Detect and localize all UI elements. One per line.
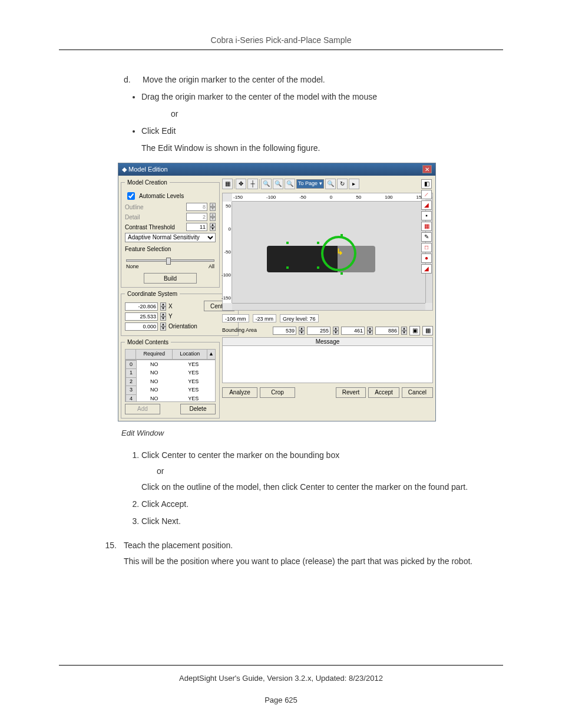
delete-button[interactable]: Delete [180,404,216,414]
zoom-region-icon[interactable]: 🔍 [325,179,336,189]
table-row[interactable]: 1NOYES [126,369,215,378]
sensitivity-select[interactable]: Adaptive Normal Sensitivity [125,233,216,242]
contents-table[interactable]: 0NOYES1NOYES2NOYES3NOYES4NOYES5NOYES6NOY… [125,360,216,402]
status-bar: -106 mm -23 mm Grey level: 76 [222,314,433,322]
status-grey: Grey level: 76 [280,314,319,322]
footer-text: AdeptSight User's Guide, Version 3.2.x, … [59,674,503,683]
col-required: Required [136,350,173,360]
accept-button[interactable]: Accept [368,387,399,398]
step-d: d. Move the origin marker to the center … [124,74,503,86]
contrast-label: Contrast Threshold [125,223,184,232]
origin-marker-icon[interactable]: ↳ [336,246,343,258]
feature-slider[interactable] [126,259,214,262]
status-y: -23 mm [253,314,277,322]
coord-o-input[interactable]: 0.000 [125,322,158,331]
slider-all-label: All [209,263,214,271]
palette-angle-icon[interactable]: ◢ [421,264,432,274]
bullet-drag: Drag the origin marker to the center of … [141,91,503,103]
bounding-label: Bounding Area [222,327,257,335]
step-15-number: 15. [100,539,117,571]
slider-none-label: None [126,263,139,271]
automatic-levels-checkbox[interactable] [127,192,135,200]
table-row[interactable]: 3NOYES [126,386,215,395]
header-rule [59,50,503,50]
zoom-select[interactable]: To Page ▾ [296,179,324,189]
cancel-button[interactable]: Cancel [402,387,433,398]
zoom-fit-icon[interactable]: 🔍 [285,179,295,189]
palette-pencil-icon[interactable]: ✎ [421,232,432,242]
tool-grid-icon[interactable]: ▦ [222,179,233,189]
numbered-substeps: Click Center to center the marker on the… [141,449,503,528]
page-number: Page 625 [59,696,503,704]
ba-v1-spin[interactable]: ▲▼ [299,327,305,335]
viewer-scrollbar-h[interactable] [232,303,425,310]
message-panel: Message [222,337,433,383]
pointer-icon[interactable]: ▸ [349,179,359,189]
ba-v4[interactable]: 886 [375,327,399,335]
crop-button[interactable]: Crop [260,387,295,398]
substep-1b: Click on the outline of the model, then … [141,481,503,493]
palette-toggle-icon[interactable]: ◧ [421,179,432,189]
outline-value: 8 [186,203,207,211]
coord-y-input[interactable]: 25.533 [125,312,158,321]
revert-button[interactable]: Revert [336,387,366,398]
palette-red-line-icon[interactable]: ⟋ [421,190,432,199]
coord-x-spinner[interactable]: ▲▼ [160,302,166,311]
ba-icon-2[interactable]: ▦ [422,326,433,335]
zoom-in-icon[interactable]: 🔍 [261,179,272,189]
tool-pan-icon[interactable]: ✥ [236,179,246,189]
refresh-icon[interactable]: ↻ [337,179,348,189]
tool-palette: ◧ ⟋ ◢ ▪ ▦ ✎ □ ● ◢ [421,179,432,274]
coord-y-spinner[interactable]: ▲▼ [160,312,166,321]
ba-v2[interactable]: 255 [307,327,330,335]
table-row[interactable]: 0NOYES [126,360,215,369]
substep-1: Click Center to center the marker on the… [141,449,503,493]
step-d-label: d. [124,74,134,86]
build-button[interactable]: Build [144,273,197,284]
ruler-vertical: 500-50-100-150 [223,202,232,303]
ba-icon-1[interactable]: ▣ [409,326,420,335]
outline-label: Outline [125,203,184,212]
ba-v1[interactable]: 539 [273,327,296,335]
or-text-1: or [171,108,503,120]
step-15-title: Teach the placement position. [124,539,472,552]
palette-select-icon[interactable]: ▪ [421,211,432,220]
zoom-out-icon[interactable]: 🔍 [273,179,283,189]
detail-label: Detail [125,213,184,222]
or-text-2: or [157,465,503,477]
titlebar[interactable]: ◆ Model Edition ✕ [118,163,435,176]
figure-caption: Edit Window [121,427,503,439]
add-button: Add [125,404,160,414]
coord-y-label: Y [168,312,201,321]
coord-o-spinner[interactable]: ▲▼ [160,322,166,331]
viewer-canvas[interactable]: ↳ [232,202,425,303]
page-header-title: Cobra i-Series Pick-and-Place Sample [59,35,503,45]
automatic-levels-label: Automatic Levels [139,192,216,200]
analyze-button[interactable]: Analyze [222,387,257,398]
palette-grid-icon[interactable]: ▦ [421,222,432,231]
step-15-body: This will be the position where you want… [124,555,472,568]
table-row[interactable]: 2NOYES [126,377,215,386]
ba-v4-spin[interactable]: ▲▼ [401,327,407,335]
model-viewer[interactable]: mm -150-100-50050100150 500-50-100-150 ↳ [222,193,433,311]
coord-x-label: X [168,302,201,311]
message-header: Message [223,338,432,346]
ba-v3-spin[interactable]: ▲▼ [367,327,373,335]
substep-2: Click Accept. [141,498,503,510]
step-d-text: Move the origin marker to the center of … [143,74,325,86]
contrast-spinner[interactable]: ▲▼ [210,223,216,231]
palette-square-icon[interactable]: □ [421,243,432,252]
palette-red-tri-icon[interactable]: ◢ [421,200,432,210]
tool-crosshair-icon[interactable]: ┼ [247,179,258,189]
detail-value: 2 [186,213,207,221]
palette-circle-icon[interactable]: ● [421,253,432,263]
edit-window-dialog: ◆ Model Edition ✕ Model Creation Automat… [118,163,436,421]
table-row[interactable]: 4NOYES [126,394,215,402]
ba-v3[interactable]: 461 [341,327,365,335]
ba-v2-spin[interactable]: ▲▼ [333,327,339,335]
contrast-value[interactable]: 11 [186,223,207,231]
model-contents-group: Model Contents Required Location ▲ 0NOYE… [121,338,220,419]
coord-x-input[interactable]: -20.806 [125,302,158,311]
close-icon[interactable]: ✕ [422,165,432,173]
viewer-toolbar: ▦ ✥ ┼ 🔍 🔍 🔍 To Page ▾ 🔍 ↻ ▸ [222,178,433,190]
